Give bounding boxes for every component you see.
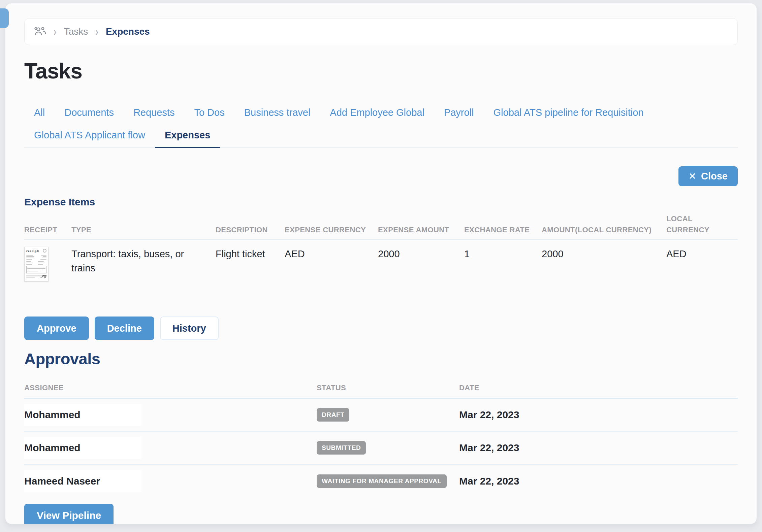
tab-add-employee-global[interactable]: Add Employee Global [320,102,434,125]
col-status: STATUS [317,382,459,393]
assignee-name: Mohammed [24,442,81,454]
assignee-cell: Hameed Naseer [24,470,141,492]
expense-items-title: Expense Items [24,196,738,208]
tab-row-2: Global ATS Applicant flow Expenses [24,125,738,148]
approval-date: Mar 22, 2023 [459,475,738,487]
description-cell: Flight ticket [216,247,285,261]
chevron-right-icon: › [54,25,57,38]
tab-global-ats-applicant-flow[interactable]: Global ATS Applicant flow [34,125,155,147]
tab-documents[interactable]: Documents [55,102,124,125]
expense-table-row: receipt: [24,240,738,281]
col-description: DESCRIPTION [216,224,285,235]
type-cell: Transport: taxis, buses, or trains [71,247,216,275]
approval-date: Mar 22, 2023 [459,409,738,421]
decline-button[interactable]: Decline [95,317,154,340]
breadcrumb-item-tasks[interactable]: Tasks [64,26,88,37]
tab-row-1: All Documents Requests To Dos Business t… [24,102,738,125]
col-amount-local-currency: AMOUNT(LOCAL CURRENCY) [542,224,666,235]
approval-row: Mohammed DRAFT Mar 22, 2023 [24,399,738,432]
tab-global-ats-pipeline-for-requisition[interactable]: Global ATS pipeline for Requisition [484,102,654,125]
approve-button[interactable]: Approve [24,317,89,340]
assignee-cell: Mohammed [24,404,141,426]
approvals-table-header: ASSIGNEE STATUS DATE [24,382,738,399]
receipt-thumbnail[interactable]: receipt: [24,247,49,281]
local-currency-cell: AED [666,247,738,261]
main-panel: › Tasks › Expenses Tasks All Documents R… [5,3,757,524]
history-button[interactable]: History [160,317,219,340]
view-pipeline-button[interactable]: View Pipeline [24,504,114,524]
action-buttons: Approve Decline History [24,317,738,340]
assignee-name: Hameed Naseer [24,475,100,487]
assignee-cell: Mohammed [24,437,141,459]
approval-row: Hameed Naseer WAITING FOR MANAGER APPROV… [24,465,738,498]
status-badge: SUBMITTED [317,441,366,455]
close-button[interactable]: ✕ Close [678,166,738,186]
page-title: Tasks [24,59,738,84]
tab-expenses[interactable]: Expenses [155,125,220,148]
expense-amount-cell: 2000 [378,247,464,261]
expense-table-header: RECEIPT TYPE DESCRIPTION EXPENSE CURRENC… [24,213,738,240]
col-assignee: ASSIGNEE [24,382,317,393]
status-badge: WAITING FOR MANAGER APPROVAL [317,474,447,488]
receipt-signature [39,269,46,283]
breadcrumb-item-expenses[interactable]: Expenses [106,26,150,37]
chevron-right-icon: › [95,25,98,38]
receipt-cell: receipt: [24,247,71,281]
tab-to-dos[interactable]: To Dos [184,102,234,125]
approval-date: Mar 22, 2023 [459,442,738,454]
close-row: ✕ Close [24,166,738,186]
exchange-rate-cell: 1 [464,247,542,261]
breadcrumb: › Tasks › Expenses [24,18,738,45]
tab-bar: All Documents Requests To Dos Business t… [24,102,738,148]
receipt-stamp [43,249,46,253]
receipt-lines [26,261,46,265]
tab-payroll[interactable]: Payroll [434,102,484,125]
users-group-icon[interactable] [34,27,46,37]
col-type: TYPE [71,224,216,235]
col-exchange-rate: EXCHANGE RATE [464,224,542,235]
approval-row: Mohammed SUBMITTED Mar 22, 2023 [24,432,738,465]
tab-all[interactable]: All [34,102,55,125]
close-icon: ✕ [689,171,696,182]
receipt-footer-lines [26,277,46,279]
status-badge: DRAFT [317,408,349,422]
approvals-title: Approvals [24,350,738,368]
col-receipt: RECEIPT [24,224,71,235]
sidebar-toggle[interactable] [0,8,9,28]
col-expense-currency: EXPENSE CURRENCY [285,224,378,235]
col-date: DATE [459,382,738,393]
expense-currency-cell: AED [285,247,378,261]
tab-business-travel[interactable]: Business travel [234,102,320,125]
receipt-lines [26,254,46,260]
col-expense-amount: EXPENSE AMOUNT [378,224,464,235]
assignee-name: Mohammed [24,409,81,421]
amount-local-currency-cell: 2000 [542,247,666,261]
col-local-currency: LOCAL CURRENCY [666,213,738,235]
close-button-label: Close [701,171,728,182]
tab-requests[interactable]: Requests [124,102,185,125]
